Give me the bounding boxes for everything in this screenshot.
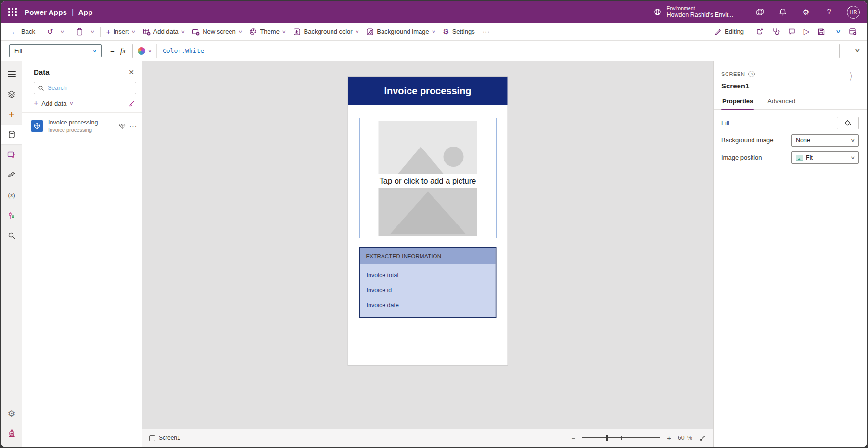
theme-button[interactable]: Theme∨ (245, 25, 289, 39)
formula-input[interactable]: ∨ Color.White (132, 44, 840, 58)
fill-color-button[interactable] (837, 117, 859, 129)
image-position-dropdown[interactable]: Fit ∨ (791, 151, 859, 164)
background-color-button[interactable]: Background color∨ (289, 25, 362, 39)
rail-power-automate-button[interactable] (1, 166, 22, 184)
zoom-slider-handle[interactable] (606, 435, 608, 441)
rail-media-button[interactable] (1, 146, 22, 164)
rail-settings-button[interactable]: ⚙ (1, 404, 22, 423)
data-source-row-invoice-processing[interactable]: Invoice processing Invoice processing ··… (22, 113, 142, 139)
undo-menu-chevron[interactable]: ∨ (57, 25, 68, 39)
help-icon[interactable]: ? (824, 7, 834, 17)
layers-icon (7, 90, 16, 99)
search-icon (8, 232, 16, 240)
panel-collapse-chevron[interactable]: 〉 (849, 71, 856, 84)
sun-circle-shape (444, 147, 464, 167)
add-data-label[interactable]: Add data (41, 100, 66, 107)
data-panel-close-icon[interactable]: ✕ (128, 68, 134, 76)
table-row-invoice-date[interactable]: Invoice date (360, 298, 496, 312)
save-menu-chevron[interactable]: ∨ (828, 28, 848, 35)
add-data-button[interactable]: Add data∨ (139, 25, 189, 39)
environment-picker[interactable]: Environment Howden Rashid's Envir... (653, 5, 733, 19)
copilot-icon[interactable] (754, 7, 765, 17)
app-name-title: App (78, 8, 93, 16)
toolbar-overflow-button[interactable]: ··· (479, 25, 494, 39)
picture-prompt-text: Tap or click to add a picture (380, 176, 476, 186)
insert-button[interactable]: + Insert∨ (102, 25, 139, 39)
zoom-slider[interactable] (582, 435, 660, 441)
tab-properties[interactable]: Properties (721, 96, 754, 109)
paste-button[interactable] (72, 25, 87, 39)
media-icon (7, 150, 16, 159)
data-search-box[interactable] (34, 82, 136, 94)
property-label-background-image: Background image (721, 137, 773, 144)
rail-tree-view-button[interactable] (1, 85, 22, 103)
zoom-out-icon[interactable]: − (571, 434, 575, 442)
data-source-subtitle: Invoice processing (48, 126, 98, 133)
settings-gear-icon[interactable]: ⚙ (801, 7, 811, 17)
database-icon (8, 130, 16, 139)
data-source-more-icon[interactable]: ··· (129, 123, 137, 130)
paste-menu-chevron[interactable]: ∨ (87, 25, 98, 39)
notifications-bell-icon[interactable] (778, 7, 788, 17)
comments-button[interactable] (784, 25, 800, 39)
screen-outline-icon (149, 435, 155, 441)
picture-placeholder-top (379, 121, 477, 174)
back-arrow-icon: ← (11, 28, 18, 35)
table-row-invoice-id[interactable]: Invoice id (360, 283, 496, 298)
insert-plus-icon: + (9, 109, 15, 120)
data-search-input[interactable] (48, 85, 132, 91)
table-header: EXTRACTED INFORMATION (360, 248, 496, 264)
settings-button[interactable]: ⚙ Settings (439, 25, 478, 39)
zoom-in-icon[interactable]: + (667, 434, 671, 442)
canvas-status-bar: Screen1 − + 60% (142, 429, 713, 447)
app-launcher-icon[interactable] (8, 8, 17, 16)
back-button[interactable]: ← Back (7, 25, 39, 39)
rail-menu-button[interactable] (1, 65, 22, 83)
dropdown-chevron-icon: ∨ (851, 138, 855, 143)
brand-title: Power Apps (25, 8, 67, 16)
background-image-dropdown[interactable]: None ∨ (791, 134, 859, 147)
gear-icon: ⚙ (443, 28, 449, 35)
share-button[interactable] (752, 25, 768, 39)
tab-advanced[interactable]: Advanced (766, 96, 796, 109)
share-icon (756, 27, 764, 36)
brush-icon[interactable] (128, 100, 135, 107)
canvas-area: Invoice processing Tap or click to add a… (142, 61, 713, 447)
preview-play-button[interactable]: ▷ (800, 25, 814, 39)
extracted-information-table: EXTRACTED INFORMATION Invoice total Invo… (359, 247, 497, 318)
clipboard-icon (76, 28, 83, 36)
formula-copilot-button[interactable]: ∨ (133, 44, 157, 58)
selected-screen-name: Screen1 (714, 77, 867, 96)
app-screen-preview[interactable]: Invoice processing Tap or click to add a… (348, 77, 508, 365)
property-label-image-position: Image position (721, 154, 762, 161)
account-avatar[interactable]: HR (847, 6, 860, 19)
rail-virtual-agent-button[interactable] (1, 424, 22, 443)
formula-expression[interactable]: Color.White (157, 47, 204, 54)
undo-button[interactable]: ↺ (43, 25, 57, 39)
rail-data-button[interactable] (1, 125, 22, 144)
app-title-bar[interactable]: Invoice processing (348, 77, 508, 105)
rail-search-button[interactable] (1, 226, 22, 245)
add-picture-control[interactable]: Tap or click to add a picture (359, 118, 497, 238)
app-checker-button[interactable] (768, 25, 784, 39)
fullscreen-expand-icon[interactable] (699, 435, 706, 442)
new-screen-button[interactable]: New screen∨ (188, 25, 245, 39)
status-screen-selector[interactable]: Screen1 (149, 435, 180, 441)
help-circle-icon[interactable]: ? (748, 71, 755, 77)
top-app-bar: Power Apps | App Environment Howden Rash… (1, 1, 867, 23)
rail-variables-button[interactable]: (x) (1, 186, 22, 204)
formula-expand-chevron[interactable]: ∨ (855, 47, 861, 53)
screen-plus-icon (192, 28, 200, 36)
add-data-chevron-icon[interactable]: ∨ (69, 101, 74, 106)
editing-mode-button[interactable]: Editing (711, 25, 748, 39)
rail-insert-button[interactable]: + (1, 105, 22, 124)
save-button[interactable] (814, 25, 829, 39)
environment-globe-icon (653, 8, 662, 17)
rail-controls-button[interactable] (1, 206, 22, 224)
background-image-button[interactable]: Background image∨ (362, 25, 439, 39)
table-row-invoice-total[interactable]: Invoice total (360, 268, 496, 283)
property-selector[interactable]: Fill ∨ (9, 44, 102, 57)
data-source-title: Invoice processing (48, 119, 98, 126)
powerapps-studio-window: Power Apps | App Environment Howden Rash… (1, 1, 867, 447)
environment-name: Howden Rashid's Envir... (666, 12, 733, 19)
